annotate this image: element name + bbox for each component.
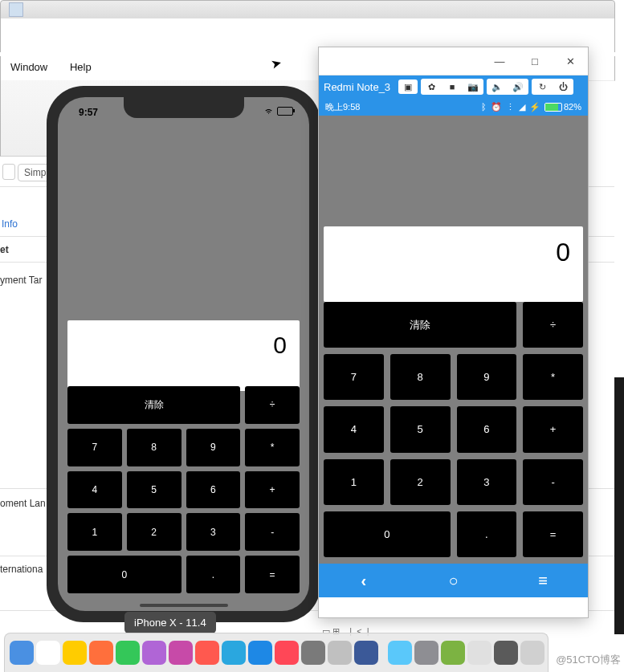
dock-app-icon[interactable] [275, 641, 299, 665]
key-dot[interactable]: . [186, 556, 241, 593]
dock-app-icon[interactable] [301, 641, 325, 665]
key-3[interactable]: 3 [457, 459, 517, 505]
xcode-label: ternationa [0, 564, 43, 575]
dock-app-icon[interactable] [494, 641, 518, 665]
dock-app-icon[interactable] [36, 641, 60, 665]
device-tooltip: iPhone X - 11.4 [124, 612, 216, 633]
dock-app-icon[interactable] [169, 641, 193, 665]
menu-window[interactable]: Window [1, 56, 57, 78]
key-dot[interactable]: . [457, 511, 517, 557]
calc-keypad: 清除 ÷ 7 8 9 * 4 5 6 + 1 2 3 - 0 . = [67, 386, 300, 593]
android-screen: 晚上9:58 ᛒ ⏰ ⋮ ◢ ⚡ 82% 0 清除 ÷ 7 8 9 * 4 [319, 98, 588, 564]
key-multiply[interactable]: * [245, 429, 300, 466]
key-0[interactable]: 0 [324, 511, 451, 557]
window-close-button[interactable]: ✕ [553, 47, 588, 75]
dock-app-icon[interactable] [388, 641, 412, 665]
android-back-button[interactable]: ‹ [344, 572, 384, 590]
dock-app-icon[interactable] [63, 641, 87, 665]
key-multiply[interactable]: * [523, 354, 583, 400]
wifi-icon: ⋮ [506, 102, 515, 112]
key-9[interactable]: 9 [457, 354, 517, 400]
key-5[interactable]: 5 [390, 406, 451, 452]
key-divide[interactable]: ÷ [523, 302, 583, 348]
key-clear[interactable]: 清除 [324, 302, 516, 348]
calc-keypad: 清除 ÷ 7 8 9 * 4 5 6 + 1 2 3 - 0 . = [324, 302, 583, 557]
toolbar-power-button[interactable]: ⏻ [553, 79, 573, 94]
iphone-simulator-frame: 9:57 0 清除 ÷ 7 8 9 * 4 5 6 + 1 2 3 - [47, 86, 320, 622]
calc-display: 0 [324, 226, 583, 302]
android-mirror-window: — □ ✕ Redmi Note_3 ▣ ✿ ■ 📷 🔈 🔊 ↻ ⏻ 晚上9: [318, 47, 589, 618]
key-0[interactable]: 0 [67, 556, 181, 593]
toolbar-screenshot-button[interactable]: 📷 [463, 79, 483, 94]
dock-app-icon[interactable] [520, 641, 544, 665]
key-4[interactable]: 4 [67, 471, 122, 509]
key-2[interactable]: 2 [390, 459, 451, 505]
android-device-name: Redmi Note_3 [324, 81, 390, 93]
menu-help[interactable]: Help [60, 56, 101, 78]
key-add[interactable]: + [523, 406, 583, 452]
dock-app-icon[interactable] [328, 641, 352, 665]
macos-dock[interactable] [4, 633, 549, 672]
dock-app-icon[interactable] [414, 641, 438, 665]
key-6[interactable]: 6 [186, 471, 241, 509]
charging-icon: ⚡ [529, 102, 540, 112]
key-clear[interactable]: 清除 [67, 386, 240, 424]
battery-icon [277, 107, 293, 116]
toolbar-rotate-button[interactable]: ↻ [532, 79, 552, 94]
bluetooth-icon: ᛒ [481, 102, 487, 112]
key-2[interactable]: 2 [127, 513, 181, 551]
iphone-notch [124, 97, 244, 118]
host-window-titlebar[interactable] [0, 0, 615, 19]
key-subtract[interactable]: - [523, 459, 583, 505]
alarm-icon: ⏰ [491, 102, 502, 112]
dock-app-icon[interactable] [248, 641, 272, 665]
key-equals[interactable]: = [245, 556, 300, 593]
key-1[interactable]: 1 [324, 459, 384, 505]
key-equals[interactable]: = [523, 511, 583, 557]
key-divide[interactable]: ÷ [245, 386, 300, 424]
window-maximize-button[interactable]: □ [517, 47, 553, 75]
toolbar-voldown-button[interactable]: 🔈 [487, 79, 507, 94]
key-add[interactable]: + [245, 471, 300, 509]
key-8[interactable]: 8 [127, 429, 181, 466]
key-subtract[interactable]: - [245, 513, 300, 551]
xcode-label: oment Lan [0, 498, 46, 509]
dock-app-icon[interactable] [116, 641, 140, 665]
battery-icon: 82% [544, 102, 581, 112]
key-7[interactable]: 7 [324, 354, 384, 400]
key-9[interactable]: 9 [186, 429, 241, 466]
host-window-icon [9, 2, 23, 17]
dock-app-icon[interactable] [222, 641, 246, 665]
xcode-label: et [0, 244, 9, 255]
android-navbar: ‹ ○ ≡ [319, 564, 588, 597]
toolbar-fullscreen-button[interactable]: ▣ [398, 79, 418, 94]
android-recents-button[interactable]: ≡ [523, 572, 563, 590]
key-8[interactable]: 8 [390, 354, 451, 400]
key-3[interactable]: 3 [186, 513, 241, 551]
android-window-titlebar[interactable]: — □ ✕ [319, 47, 588, 75]
toolbar-settings-button[interactable]: ✿ [422, 79, 441, 94]
xcode-info-link[interactable]: Info [2, 218, 18, 230]
key-7[interactable]: 7 [67, 429, 122, 466]
xcode-label: yment Tar [0, 275, 42, 286]
iphone-screen: 9:57 0 清除 ÷ 7 8 9 * 4 5 6 + 1 2 3 - [58, 97, 309, 611]
dock-app-icon[interactable] [195, 641, 219, 665]
dock-app-icon[interactable] [10, 641, 34, 665]
iphone-home-indicator[interactable] [140, 604, 228, 607]
key-1[interactable]: 1 [67, 513, 122, 551]
right-dark-panel [614, 377, 624, 634]
dock-app-icon[interactable] [89, 641, 113, 665]
toolbar-record-button[interactable]: ■ [443, 79, 462, 94]
dock-app-icon[interactable] [467, 641, 491, 665]
key-5[interactable]: 5 [127, 471, 181, 509]
android-home-button[interactable]: ○ [433, 572, 473, 590]
android-status-time: 晚上9:58 [325, 101, 360, 113]
dock-app-icon[interactable] [354, 641, 378, 665]
toolbar-volup-button[interactable]: 🔊 [508, 79, 528, 94]
dock-app-icon[interactable] [142, 641, 166, 665]
key-6[interactable]: 6 [457, 406, 517, 452]
key-4[interactable]: 4 [324, 406, 384, 452]
xcode-small-button[interactable] [2, 164, 15, 180]
window-minimize-button[interactable]: — [482, 47, 517, 75]
dock-app-icon[interactable] [441, 641, 465, 665]
